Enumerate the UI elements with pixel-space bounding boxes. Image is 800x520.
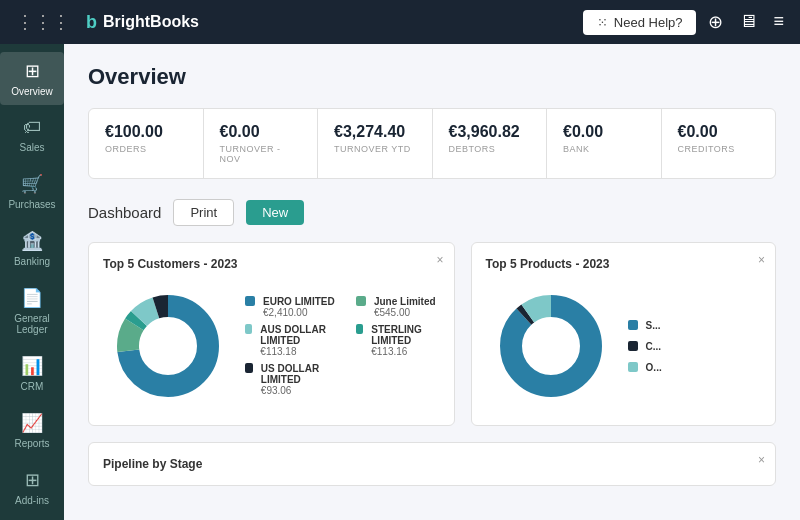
add-ins-icon: ⊞ [25,469,40,491]
stat-creditors: €0.00 CREDITORS [662,109,776,178]
svg-point-5 [140,318,196,374]
top5products-legend: S... C... O... [628,320,662,373]
debtors-label: DEBTORS [449,144,531,154]
sidebar-item-overview[interactable]: ⊞ Overview [0,52,64,105]
top5products-title: Top 5 Products - 2023 [486,257,761,271]
orders-value: €100.00 [105,123,187,141]
pipeline-card: Pipeline by Stage × [88,442,776,486]
legend-dot-p2 [628,341,638,351]
debtors-value: €3,960.82 [449,123,531,141]
sidebar-label-general-ledger: General Ledger [4,313,60,335]
legend-val-us: €93.06 [261,385,340,396]
print-button[interactable]: Print [173,199,234,226]
top5products-donut [486,281,616,411]
help-label: Need Help? [614,15,683,30]
main-content: Overview €100.00 ORDERS €0.00 TURNOVER -… [64,44,800,520]
svg-point-9 [523,318,579,374]
stat-bank: €0.00 BANK [547,109,662,178]
grid-icon[interactable]: ⋮⋮⋮ [16,11,70,33]
creditors-label: CREDITORS [678,144,760,154]
legend-val-sterling: €113.16 [371,346,439,357]
top5customers-card: Top 5 Customers - 2023 × [88,242,455,426]
legend-dot-euro [245,296,255,306]
help-button[interactable]: ⁙ Need Help? [583,10,697,35]
legend-name-june: June Limited [374,296,436,307]
sidebar-item-reports[interactable]: 📈 Reports [0,404,64,457]
sidebar-item-banking[interactable]: 🏦 Banking [0,222,64,275]
reports-icon: 📈 [21,412,43,434]
legend-dot-sterling [356,324,363,334]
sidebar-item-purchases[interactable]: 🛒 Purchases [0,165,64,218]
pipeline-close[interactable]: × [758,453,765,467]
brand-logo-icon: b [86,12,97,33]
top5customers-donut [103,281,233,411]
top5customers-title: Top 5 Customers - 2023 [103,257,440,271]
purchases-icon: 🛒 [21,173,43,195]
top5products-close[interactable]: × [758,253,765,267]
legend-val-june: €545.00 [374,307,436,318]
sidebar-label-crm: CRM [21,381,44,392]
dashboard-row: Dashboard Print New [88,199,776,226]
legend-dot-p3 [628,362,638,372]
top5products-card: Top 5 Products - 2023 × [471,242,776,426]
brand: b BrightBooks [86,12,199,33]
sidebar: ⊞ Overview 🏷 Sales 🛒 Purchases 🏦 Banking… [0,44,64,520]
legend-dot-p1 [628,320,638,330]
monitor-icon[interactable]: 🖥 [739,11,757,33]
sidebar-item-crm[interactable]: 📊 CRM [0,347,64,400]
stat-turnover-nov: €0.00 TURNOVER - NOV [204,109,319,178]
overview-icon: ⊞ [25,60,40,82]
crm-icon: 📊 [21,355,43,377]
banking-icon: 🏦 [21,230,43,252]
stat-turnover-ytd: €3,274.40 TURNOVER YTD [318,109,433,178]
stat-orders: €100.00 ORDERS [89,109,204,178]
legend-dot-june [356,296,366,306]
turnover-nov-label: TURNOVER - NOV [220,144,302,164]
help-dots-icon: ⁙ [597,15,608,30]
legend-dot-aus [245,324,252,334]
legend-name-p1: S... [646,320,661,331]
stats-row: €100.00 ORDERS €0.00 TURNOVER - NOV €3,2… [88,108,776,179]
legend-val-aus: €113.18 [260,346,340,357]
sidebar-item-add-ins[interactable]: ⊞ Add-ins [0,461,64,514]
menu-icon[interactable]: ≡ [773,11,784,33]
sidebar-label-add-ins: Add-ins [15,495,49,506]
dashboard-label: Dashboard [88,204,161,221]
legend-val-euro: €2,410.00 [263,307,335,318]
topnav: ⋮⋮⋮ b BrightBooks ⁙ Need Help? ⊕ 🖥 ≡ [0,0,800,44]
top5customers-close[interactable]: × [437,253,444,267]
legend-name-p3: O... [646,362,662,373]
sidebar-item-sales[interactable]: 🏷 Sales [0,109,64,161]
donut-svg [103,281,233,411]
turnover-ytd-value: €3,274.40 [334,123,416,141]
bank-value: €0.00 [563,123,645,141]
creditors-value: €0.00 [678,123,760,141]
stat-debtors: €3,960.82 DEBTORS [433,109,548,178]
top5customers-content: EURO LIMITED €2,410.00 AUS DOLLAR LIMITE… [103,281,440,411]
legend-name-sterling: STERLING LIMITED [371,324,439,346]
top5products-content: S... C... O... [486,281,761,411]
legend-name-p2: C... [646,341,662,352]
sidebar-label-sales: Sales [19,142,44,153]
legend-name-euro: EURO LIMITED [263,296,335,307]
legend-name-us: US DOLLAR LIMITED [261,363,340,385]
sidebar-label-purchases: Purchases [8,199,55,210]
sidebar-label-reports: Reports [14,438,49,449]
top5customers-legend: EURO LIMITED €2,410.00 AUS DOLLAR LIMITE… [245,296,440,396]
sidebar-item-general-ledger[interactable]: 📄 General Ledger [0,279,64,343]
add-icon[interactable]: ⊕ [708,11,723,33]
legend-dot-us [245,363,253,373]
page-title: Overview [88,64,776,90]
orders-label: ORDERS [105,144,187,154]
charts-row: Top 5 Customers - 2023 × [88,242,776,426]
new-button[interactable]: New [246,200,304,225]
pipeline-title: Pipeline by Stage [103,457,761,471]
brand-name: BrightBooks [103,13,199,31]
general-ledger-icon: 📄 [21,287,43,309]
sidebar-label-overview: Overview [11,86,53,97]
sidebar-label-banking: Banking [14,256,50,267]
products-donut-svg [486,281,616,411]
bank-label: BANK [563,144,645,154]
legend-name-aus: AUS DOLLAR LIMITED [260,324,340,346]
turnover-nov-value: €0.00 [220,123,302,141]
